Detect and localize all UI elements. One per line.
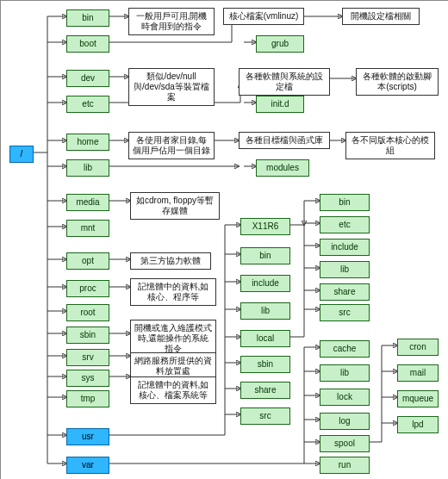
- note-etc2: 各種軟體的啟動腳本(scripts): [356, 68, 439, 96]
- note-boot2: 開機設定檔相關: [342, 8, 420, 25]
- node-spool-cron: cron: [397, 339, 439, 356]
- node-var-run: run: [320, 457, 370, 474]
- label: etc: [339, 220, 350, 229]
- node-spool-mail: mail: [397, 364, 439, 382]
- label: bin: [259, 251, 271, 260]
- label: src: [339, 308, 350, 317]
- label: spool: [334, 439, 355, 448]
- label: run: [339, 460, 351, 470]
- node-var: var: [66, 457, 109, 474]
- node-var-lock: lock: [320, 389, 370, 406]
- note-etc: 各種軟體與系統的設定檔: [239, 68, 330, 96]
- label: sbin: [80, 330, 96, 339]
- label: log: [339, 416, 350, 426]
- label: cache: [333, 344, 357, 353]
- node-srv: srv: [66, 349, 109, 366]
- label: grub: [271, 39, 289, 48]
- note-bin: 一般用戶可用,開機時會用到的指令: [128, 8, 215, 35]
- label: sys: [82, 373, 95, 383]
- node-local-src: src: [320, 304, 370, 321]
- node-local-lib: lib: [320, 261, 370, 278]
- note-home2: 各種目標檔與函式庫: [239, 132, 330, 149]
- label: boot: [79, 39, 96, 48]
- label: proc: [79, 283, 96, 293]
- node-local-etc: etc: [320, 216, 370, 233]
- node-sbin: sbin: [66, 327, 109, 344]
- label: src: [259, 411, 271, 420]
- node-opt: opt: [66, 252, 109, 270]
- label: tmp: [81, 394, 96, 403]
- label: share: [254, 385, 276, 395]
- node-var-log: log: [320, 413, 370, 430]
- label: /: [21, 149, 23, 159]
- label: etc: [82, 99, 93, 109]
- label: dev: [81, 73, 95, 83]
- label: sbin: [258, 359, 273, 369]
- node-root2: root: [66, 304, 109, 321]
- label: local: [257, 333, 275, 343]
- node-usr-share: share: [240, 382, 290, 399]
- node-usr-x11r6: X11R6: [240, 218, 290, 235]
- node-proc: proc: [66, 280, 109, 297]
- note-dev: 類似/dev/null與/dev/sda等裝置檔案: [128, 68, 215, 106]
- node-mnt: mnt: [66, 220, 109, 237]
- label: bin: [82, 13, 93, 22]
- node-usr-src: src: [240, 407, 290, 425]
- label: bin: [339, 197, 350, 207]
- label: mnt: [81, 223, 96, 233]
- node-usr-sbin: sbin: [240, 356, 290, 373]
- node-lib: lib: [66, 159, 109, 177]
- label: lib: [84, 163, 92, 172]
- label: lib: [340, 264, 349, 274]
- label: lib: [340, 368, 349, 377]
- node-var-lib: lib: [320, 364, 370, 382]
- node-usr-bin: bin: [240, 247, 290, 264]
- node-bin: bin: [66, 9, 109, 27]
- label: media: [76, 197, 99, 207]
- label: opt: [82, 256, 94, 265]
- label: include: [252, 278, 279, 288]
- label: X11R6: [252, 221, 279, 231]
- label: root: [80, 308, 95, 317]
- node-initd: init.d: [256, 96, 304, 113]
- note-lib: 各不同版本核心的模組: [345, 132, 435, 159]
- note-opt: 第三方協力軟體: [130, 252, 211, 270]
- label: include: [331, 242, 358, 252]
- node-var-spool: spool: [320, 435, 370, 452]
- label: modules: [266, 163, 299, 172]
- note-media: 如cdrom, floppy等暫存媒體: [130, 192, 220, 220]
- node-usr-local: local: [240, 330, 290, 347]
- tree-diagram: / bin boot dev etc home lib media mnt op…: [0, 0, 448, 479]
- note-sys: 記憶體中的資料,如核心、檔案系統等: [130, 376, 216, 404]
- node-modules: modules: [256, 159, 309, 177]
- node-media: media: [66, 194, 109, 211]
- node-boot: boot: [66, 35, 109, 53]
- note-proc: 記憶體中的資料,如核心、程序等: [130, 278, 216, 306]
- label: lib: [261, 306, 270, 315]
- node-spool-mqueue: mqueue: [397, 390, 439, 407]
- label: usr: [82, 432, 94, 441]
- node-etc: etc: [66, 96, 109, 113]
- label: lock: [337, 392, 352, 401]
- node-usr-lib: lib: [240, 302, 290, 320]
- label: var: [82, 460, 94, 470]
- node-var-cache: cache: [320, 340, 370, 358]
- node-local-bin: bin: [320, 194, 370, 211]
- label: mail: [410, 368, 426, 377]
- node-local-include: include: [320, 239, 370, 256]
- node-root: /: [9, 146, 34, 163]
- node-dev: dev: [66, 70, 109, 87]
- label: share: [333, 287, 355, 296]
- node-home: home: [66, 134, 109, 151]
- label: srv: [82, 352, 93, 362]
- label: mqueue: [402, 394, 433, 403]
- label: cron: [409, 342, 426, 351]
- label: init.d: [271, 99, 289, 109]
- node-spool-lpd: lpd: [397, 416, 439, 433]
- node-tmp: tmp: [66, 390, 109, 407]
- node-sys: sys: [66, 370, 109, 387]
- node-grub: grub: [256, 35, 304, 53]
- note-home: 各使用者家目錄,每個用戶佔用一個目錄: [128, 132, 215, 159]
- node-usr: usr: [66, 428, 109, 445]
- node-usr-include: include: [240, 275, 290, 292]
